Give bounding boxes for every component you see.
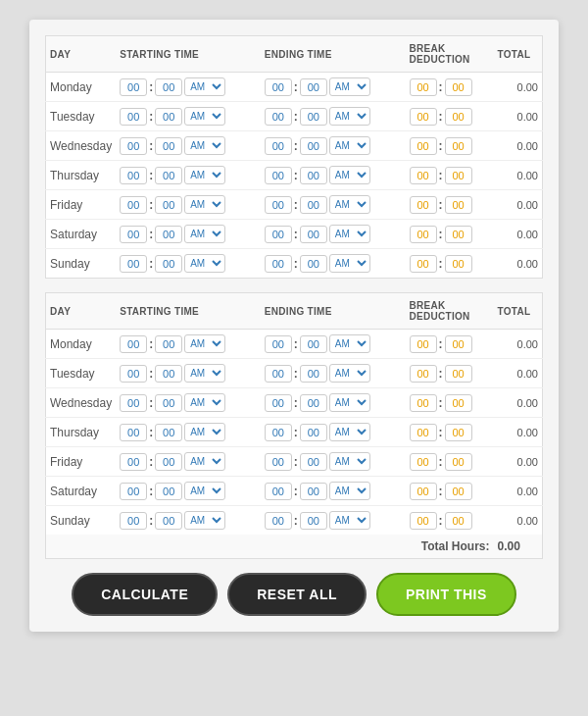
break-min-input[interactable]	[445, 226, 472, 243]
break-min-input[interactable]	[445, 394, 472, 412]
start-min-input[interactable]	[155, 424, 182, 441]
start-hour-input[interactable]	[120, 167, 147, 184]
break-hour-input[interactable]	[410, 255, 437, 273]
end-ampm-select[interactable]: AMPM	[329, 393, 370, 412]
end-ampm-select[interactable]: AMPM	[329, 364, 370, 383]
end-hour-input[interactable]	[265, 483, 292, 500]
break-min-input[interactable]	[445, 137, 472, 155]
end-min-input[interactable]	[300, 453, 327, 471]
break-min-input[interactable]	[445, 255, 472, 273]
start-min-input[interactable]	[155, 78, 182, 96]
start-ampm-select[interactable]: AMPM	[184, 195, 225, 214]
start-ampm-select[interactable]: AMPM	[184, 136, 225, 155]
start-ampm-select[interactable]: AMPM	[184, 107, 225, 126]
end-ampm-select[interactable]: AMPM	[329, 225, 370, 243]
start-hour-input[interactable]	[120, 394, 147, 412]
start-ampm-select[interactable]: AMPM	[184, 482, 225, 500]
start-ampm-select[interactable]: AMPM	[184, 393, 225, 412]
end-hour-input[interactable]	[265, 512, 292, 530]
start-ampm-select[interactable]: AMPM	[184, 423, 225, 441]
end-ampm-select[interactable]: AMPM	[329, 254, 370, 273]
start-min-input[interactable]	[155, 108, 182, 126]
start-ampm-select[interactable]: AMPM	[184, 364, 225, 383]
start-min-input[interactable]	[155, 226, 182, 243]
end-hour-input[interactable]	[265, 453, 292, 471]
start-ampm-select[interactable]: AMPM	[184, 254, 225, 273]
break-hour-input[interactable]	[410, 196, 437, 214]
end-hour-input[interactable]	[265, 226, 292, 243]
break-hour-input[interactable]	[410, 167, 437, 184]
break-hour-input[interactable]	[410, 78, 437, 96]
break-hour-input[interactable]	[410, 365, 437, 383]
start-min-input[interactable]	[155, 196, 182, 214]
start-ampm-select[interactable]: AMPM	[184, 452, 225, 471]
end-ampm-select[interactable]: AMPM	[329, 136, 370, 155]
end-ampm-select[interactable]: AMPM	[329, 166, 370, 184]
end-min-input[interactable]	[300, 196, 327, 214]
end-min-input[interactable]	[300, 335, 327, 353]
break-hour-input[interactable]	[410, 108, 437, 126]
start-ampm-select[interactable]: AMPM	[184, 166, 225, 184]
break-min-input[interactable]	[445, 424, 472, 441]
end-min-input[interactable]	[300, 226, 327, 243]
start-ampm-select[interactable]: AMPM	[184, 225, 225, 243]
end-min-input[interactable]	[300, 78, 327, 96]
start-min-input[interactable]	[155, 255, 182, 273]
end-hour-input[interactable]	[265, 255, 292, 273]
break-min-input[interactable]	[445, 78, 472, 96]
start-hour-input[interactable]	[120, 78, 147, 96]
start-min-input[interactable]	[155, 167, 182, 184]
start-hour-input[interactable]	[120, 483, 147, 500]
end-min-input[interactable]	[300, 512, 327, 530]
end-hour-input[interactable]	[265, 424, 292, 441]
start-ampm-select[interactable]: AMPM	[184, 334, 225, 353]
end-hour-input[interactable]	[265, 335, 292, 353]
end-ampm-select[interactable]: AMPM	[329, 482, 370, 500]
break-hour-input[interactable]	[410, 137, 437, 155]
break-min-input[interactable]	[445, 167, 472, 184]
break-hour-input[interactable]	[410, 512, 437, 530]
break-min-input[interactable]	[445, 108, 472, 126]
end-ampm-select[interactable]: AMPM	[329, 77, 370, 96]
end-min-input[interactable]	[300, 483, 327, 500]
start-hour-input[interactable]	[120, 453, 147, 471]
start-min-input[interactable]	[155, 335, 182, 353]
break-min-input[interactable]	[445, 196, 472, 214]
end-hour-input[interactable]	[265, 108, 292, 126]
break-hour-input[interactable]	[410, 483, 437, 500]
end-ampm-select[interactable]: AMPM	[329, 107, 370, 126]
end-ampm-select[interactable]: AMPM	[329, 452, 370, 471]
start-min-input[interactable]	[155, 483, 182, 500]
calculate-button[interactable]: CALCULATE	[72, 573, 218, 616]
start-min-input[interactable]	[155, 137, 182, 155]
start-min-input[interactable]	[155, 394, 182, 412]
end-min-input[interactable]	[300, 365, 327, 383]
break-hour-input[interactable]	[410, 453, 437, 471]
start-hour-input[interactable]	[120, 424, 147, 441]
break-min-input[interactable]	[445, 453, 472, 471]
end-hour-input[interactable]	[265, 167, 292, 184]
end-ampm-select[interactable]: AMPM	[329, 195, 370, 214]
print-button[interactable]: PRINT THIS	[376, 573, 516, 616]
end-min-input[interactable]	[300, 394, 327, 412]
start-hour-input[interactable]	[120, 255, 147, 273]
end-hour-input[interactable]	[265, 78, 292, 96]
start-min-input[interactable]	[155, 365, 182, 383]
break-min-input[interactable]	[445, 512, 472, 530]
break-hour-input[interactable]	[410, 335, 437, 353]
end-ampm-select[interactable]: AMPM	[329, 423, 370, 441]
end-min-input[interactable]	[300, 424, 327, 441]
start-hour-input[interactable]	[120, 137, 147, 155]
end-hour-input[interactable]	[265, 365, 292, 383]
end-hour-input[interactable]	[265, 196, 292, 214]
break-min-input[interactable]	[445, 335, 472, 353]
start-min-input[interactable]	[155, 512, 182, 530]
reset-button[interactable]: RESET ALL	[227, 573, 367, 616]
end-ampm-select[interactable]: AMPM	[329, 511, 370, 530]
end-min-input[interactable]	[300, 137, 327, 155]
end-hour-input[interactable]	[265, 137, 292, 155]
break-hour-input[interactable]	[410, 394, 437, 412]
start-hour-input[interactable]	[120, 335, 147, 353]
end-min-input[interactable]	[300, 108, 327, 126]
start-hour-input[interactable]	[120, 226, 147, 243]
